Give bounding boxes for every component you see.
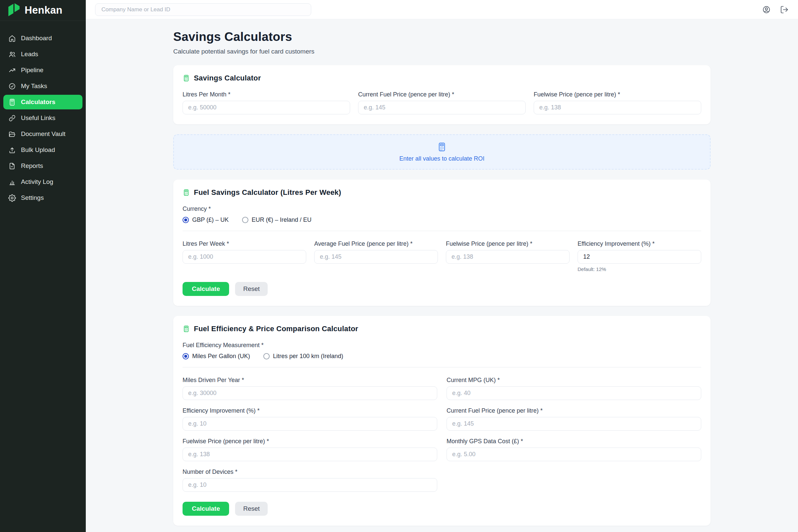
link-icon: [8, 114, 16, 122]
monthly-gps-cost-input[interactable]: [446, 448, 701, 461]
check-circle-icon: [8, 82, 16, 90]
calculator-icon: [437, 142, 447, 152]
efficiency-default-helper: Default: 12%: [577, 266, 701, 272]
field-fuelwise-price: Fuelwise Price (pence per litre) *: [534, 91, 701, 114]
measurement-label: Fuel Efficiency Measurement *: [183, 342, 701, 349]
page-title: Savings Calculators: [173, 30, 710, 44]
current-mpg-input[interactable]: [446, 386, 701, 400]
field-label: Litres Per Week *: [183, 241, 306, 247]
current-fuel-price-input[interactable]: [358, 101, 526, 114]
henkan-logo-icon: [7, 3, 21, 18]
savings-calculator-card: Savings Calculator Litres Per Month * Cu…: [173, 65, 710, 125]
currency-eur-radio[interactable]: EUR (€) – Ireland / EU: [242, 216, 311, 224]
field-monthly-gps-cost: Monthly GPS Data Cost (£) *: [446, 438, 701, 461]
measurement-mpg-radio[interactable]: Miles Per Gallon (UK): [183, 353, 250, 360]
fuel-efficiency-card: Fuel Efficiency & Price Comparison Calcu…: [173, 316, 710, 526]
sidebar-item-label: My Tasks: [21, 82, 47, 90]
litres-per-month-input[interactable]: [183, 101, 350, 114]
field-miles-driven: Miles Driven Per Year *: [183, 377, 437, 400]
field-current-fuel-price: Current Fuel Price (pence per litre) *: [358, 91, 526, 114]
sidebar-item-useful-links[interactable]: Useful Links: [3, 111, 82, 125]
current-fuel-price-3-input[interactable]: [446, 417, 701, 431]
bar-chart-icon: [8, 178, 16, 186]
sidebar-item-pipeline[interactable]: Pipeline: [3, 63, 82, 77]
brand[interactable]: Henkan: [0, 0, 86, 21]
field-label: Efficiency Improvement (%) *: [577, 241, 701, 247]
number-of-devices-input[interactable]: [183, 478, 437, 492]
sidebar-item-label: Reports: [21, 162, 43, 170]
measurement-radio-group: Miles Per Gallon (UK) Litres per 100 km …: [183, 353, 701, 360]
roi-message: Enter all values to calculate ROI: [399, 155, 484, 162]
field-fuelwise-price-3: Fuelwise Price (pence per litre) *: [183, 438, 437, 461]
efficiency-improvement-pct-input[interactable]: [183, 417, 437, 431]
card-title: Fuel Savings Calculator (Litres Per Week…: [194, 188, 341, 197]
topbar: [86, 0, 798, 19]
field-label: Miles Driven Per Year *: [183, 377, 437, 384]
topbar-actions: [762, 5, 789, 14]
sidebar-item-reports[interactable]: Reports: [3, 158, 82, 173]
sidebar-item-label: Leads: [21, 51, 38, 58]
field-label: Average Fuel Price (pence per litre) *: [314, 241, 438, 247]
field-label: Fuelwise Price (pence per litre) *: [534, 91, 701, 98]
sidebar-item-dashboard[interactable]: Dashboard: [3, 31, 82, 45]
logout-icon[interactable]: [780, 5, 789, 14]
radio-label: Litres per 100 km (Ireland): [273, 353, 343, 360]
fuelwise-price-input[interactable]: [534, 101, 701, 114]
sidebar-nav: Dashboard Leads Pipeline My Tasks: [0, 21, 86, 207]
calculate-button[interactable]: Calculate: [183, 502, 229, 516]
miles-driven-input[interactable]: [183, 386, 437, 400]
radio-unselected-icon: [263, 353, 270, 359]
brand-name: Henkan: [25, 4, 62, 16]
sidebar-item-label: Document Vault: [21, 130, 65, 138]
field-label: Litres Per Month *: [183, 91, 350, 98]
sidebar-item-activity-log[interactable]: Activity Log: [3, 174, 82, 189]
fuel-savings-calculator-card: Fuel Savings Calculator (Litres Per Week…: [173, 179, 710, 306]
user-profile-icon[interactable]: [762, 5, 771, 14]
section-divider: [183, 231, 701, 231]
sidebar-item-settings[interactable]: Settings: [3, 191, 82, 205]
trending-up-icon: [8, 66, 16, 74]
app-root: Henkan Dashboard Leads Pipeline: [0, 0, 798, 532]
field-litres-per-week: Litres Per Week *: [183, 241, 306, 272]
field-efficiency-improvement: Efficiency Improvement (%) * Default: 12…: [577, 241, 701, 272]
radio-label: Miles Per Gallon (UK): [192, 353, 250, 360]
litres-per-week-input[interactable]: [183, 250, 306, 264]
radio-unselected-icon: [242, 217, 248, 223]
sidebar-item-label: Activity Log: [21, 178, 53, 186]
calculator-icon: [183, 75, 190, 82]
home-icon: [8, 35, 16, 42]
sidebar-item-label: Settings: [21, 194, 44, 202]
field-label: Monthly GPS Data Cost (£) *: [446, 438, 701, 445]
folder-icon: [8, 130, 16, 138]
field-number-of-devices: Number of Devices *: [183, 469, 437, 492]
field-label: Current Fuel Price (pence per litre) *: [446, 407, 701, 414]
sidebar-item-calculators[interactable]: Calculators: [3, 95, 82, 109]
sidebar-item-label: Calculators: [21, 98, 55, 106]
average-fuel-price-input[interactable]: [314, 250, 438, 264]
roi-info-box: Enter all values to calculate ROI: [173, 134, 710, 170]
sidebar-item-my-tasks[interactable]: My Tasks: [3, 79, 82, 93]
sidebar-item-leads[interactable]: Leads: [3, 47, 82, 61]
calculate-button[interactable]: Calculate: [183, 282, 229, 296]
reset-button[interactable]: Reset: [235, 502, 268, 516]
field-label: Fuelwise Price (pence per litre) *: [446, 241, 570, 247]
fuelwise-price-week-input[interactable]: [446, 250, 570, 264]
field-fuelwise-price-week: Fuelwise Price (pence per litre) *: [446, 241, 570, 272]
sidebar: Henkan Dashboard Leads Pipeline: [0, 0, 86, 532]
field-current-mpg: Current MPG (UK) *: [446, 377, 701, 400]
measurement-l100km-radio[interactable]: Litres per 100 km (Ireland): [263, 353, 343, 360]
sidebar-item-label: Dashboard: [21, 35, 52, 42]
fuelwise-price-3-input[interactable]: [183, 448, 437, 461]
reset-button[interactable]: Reset: [235, 282, 268, 296]
sidebar-item-label: Useful Links: [21, 114, 56, 122]
efficiency-improvement-input[interactable]: [577, 250, 701, 264]
sidebar-item-bulk-upload[interactable]: Bulk Upload: [3, 142, 82, 157]
calculator-icon: [183, 189, 190, 196]
field-label: Number of Devices *: [183, 469, 437, 475]
currency-gbp-radio[interactable]: GBP (£) – UK: [183, 216, 229, 224]
search-input[interactable]: [95, 3, 311, 16]
sidebar-item-document-vault[interactable]: Document Vault: [3, 127, 82, 141]
file-icon: [8, 162, 16, 170]
sidebar-item-label: Bulk Upload: [21, 146, 55, 154]
field-label: Current Fuel Price (pence per litre) *: [358, 91, 526, 98]
